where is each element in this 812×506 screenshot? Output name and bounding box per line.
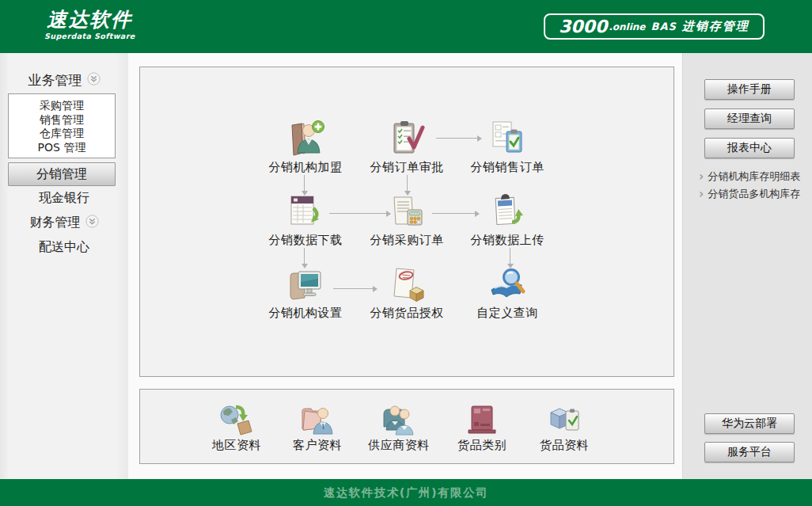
sidebar-item-cash-bank[interactable]: 现金银行 <box>0 189 128 207</box>
report-link-label: 分销机构库存明细表 <box>708 169 800 184</box>
app-header: 速达软件 Superdata Software 3000 .online BAS… <box>0 0 812 53</box>
workflow-node-org-join[interactable]: 分销机构加盟 <box>254 118 357 175</box>
flow-arrow-download-to-settings <box>304 248 305 264</box>
sidebar-item-label: 财务管理 <box>30 215 81 231</box>
workflow-node-data-download[interactable]: 分销数据下载 <box>254 191 357 248</box>
region-data-icon <box>192 398 281 436</box>
huawei-cloud-button[interactable]: 华为云部署 <box>704 413 795 434</box>
flow-arrow-purchase-to-upload <box>432 213 475 214</box>
data-upload-icon <box>456 191 559 230</box>
submenu-item-sales[interactable]: 销售管理 <box>9 113 115 127</box>
basedata-item-goods-category[interactable]: 货品类别 <box>438 398 526 453</box>
submenu-item-pos[interactable]: POS 管理 <box>9 141 115 155</box>
workflow-node-label: 分销销售订单 <box>456 160 559 175</box>
sidebar-item-label: 业务管理 <box>28 71 82 89</box>
report-link-org-inventory-detail[interactable]: › 分销机构库存明细表 <box>699 169 800 184</box>
org-join-icon <box>254 118 357 158</box>
customer-data-icon <box>273 398 362 436</box>
report-link-goods-multi-org-inventory[interactable]: › 分销货品多机构库存 <box>699 187 800 201</box>
app-footer: 速达软件技术(广州)有限公司 <box>0 479 812 506</box>
logo-title: 速达软件 <box>44 9 135 31</box>
basedata-item-label: 客户资料 <box>273 438 362 453</box>
flow-arrow-approval-to-sales <box>436 138 477 139</box>
basedata-item-region[interactable]: 地区资料 <box>192 398 281 453</box>
workflow-node-label: 分销订单审批 <box>355 160 458 175</box>
workflow-canvas: 分销机构加盟 分销订单审批 <box>139 67 674 377</box>
flow-arrow-join-to-download <box>304 175 305 191</box>
report-link-label: 分销货品多机构库存 <box>708 187 800 201</box>
manual-button[interactable]: 操作手册 <box>704 79 795 100</box>
basedata-item-label: 供应商资料 <box>355 438 443 453</box>
basedata-panel: 地区资料 客户资料 供应商 <box>139 389 674 464</box>
basedata-item-supplier[interactable]: 供应商资料 <box>355 398 443 453</box>
custom-query-icon <box>456 264 559 303</box>
sidebar-item-label: 配送中心 <box>39 239 89 256</box>
badge-code: BAS <box>651 21 677 32</box>
basedata-item-label: 地区资料 <box>192 438 281 453</box>
company-name: 速达软件技术(广州)有限公司 <box>324 485 488 500</box>
sidebar-item-business[interactable]: 业务管理 <box>0 70 128 89</box>
purchase-order-icon <box>355 191 458 230</box>
workflow-node-org-settings[interactable]: 分销机构设置 <box>254 264 357 321</box>
workflow-node-label: 分销数据下载 <box>254 233 357 248</box>
badge-product: 进销存管理 <box>682 19 749 34</box>
business-submenu: 采购管理 销售管理 仓库管理 POS 管理 <box>8 93 116 158</box>
flow-arrow-approval-to-purchase <box>407 175 408 191</box>
chevron-right-icon: › <box>699 190 704 198</box>
flow-arrow-upload-to-query <box>510 248 510 264</box>
edition-badge: 3000 .online BAS 进销存管理 <box>544 13 765 40</box>
right-sidebar: 操作手册 经理查询 报表中心 › 分销机构库存明细表 › 分销货品多机构库存 华… <box>682 53 812 479</box>
basedata-item-label: 货品资料 <box>520 438 609 453</box>
workflow-node-label: 分销机构加盟 <box>254 160 357 175</box>
workflow-node-sales-order[interactable]: 分销销售订单 <box>456 118 559 175</box>
basedata-item-label: 货品类别 <box>438 438 526 453</box>
logo-subtitle: Superdata Software <box>44 32 135 40</box>
chevron-right-icon: › <box>699 173 704 181</box>
goods-category-icon <box>438 398 526 436</box>
workflow-node-label: 分销数据上传 <box>456 233 559 248</box>
badge-domain: .online <box>609 21 645 32</box>
goods-data-icon <box>520 398 609 436</box>
workflow-node-purchase-order[interactable]: 分销采购订单 <box>355 191 458 248</box>
flow-arrow-download-to-purchase <box>329 213 386 214</box>
org-settings-icon <box>254 264 357 303</box>
workflow-node-data-upload[interactable]: 分销数据上传 <box>456 191 559 248</box>
workflow-node-goods-authorization[interactable]: 分销货品授权 <box>355 264 458 321</box>
supplier-data-icon <box>355 398 443 436</box>
left-sidebar: 业务管理 采购管理 销售管理 仓库管理 POS 管理 分销管理 现金银行 财务管… <box>0 53 128 479</box>
goods-authorization-icon <box>355 264 458 303</box>
basedata-item-goods-data[interactable]: 货品资料 <box>520 398 609 453</box>
sidebar-item-label: 现金银行 <box>39 190 89 207</box>
report-center-button[interactable]: 报表中心 <box>704 138 795 158</box>
data-download-icon <box>254 191 357 230</box>
double-chevron-down-icon[interactable] <box>87 72 101 89</box>
workflow-node-order-approval[interactable]: 分销订单审批 <box>355 118 458 175</box>
workflow-node-label: 分销采购订单 <box>355 233 458 248</box>
workflow-node-label: 分销货品授权 <box>355 306 458 321</box>
flow-arrow-settings-to-authorization <box>333 288 373 289</box>
sidebar-item-distribution[interactable]: 分销管理 <box>8 162 116 186</box>
submenu-item-purchase[interactable]: 采购管理 <box>9 99 115 113</box>
submenu-item-warehouse[interactable]: 仓库管理 <box>9 127 115 141</box>
workflow-node-custom-query[interactable]: 自定义查询 <box>456 264 559 321</box>
manager-query-button[interactable]: 经理查询 <box>704 108 795 129</box>
service-platform-button[interactable]: 服务平台 <box>704 442 795 462</box>
badge-number: 3000 <box>559 17 607 36</box>
workflow-node-label: 自定义查询 <box>456 306 559 321</box>
workflow-node-label: 分销机构设置 <box>254 306 357 321</box>
app-logo: 速达软件 Superdata Software <box>44 9 135 40</box>
double-chevron-down-icon[interactable] <box>85 215 99 231</box>
sidebar-item-finance[interactable]: 财务管理 <box>0 214 128 231</box>
basedata-item-customer[interactable]: 客户资料 <box>273 398 362 453</box>
sidebar-item-delivery[interactable]: 配送中心 <box>0 238 128 256</box>
